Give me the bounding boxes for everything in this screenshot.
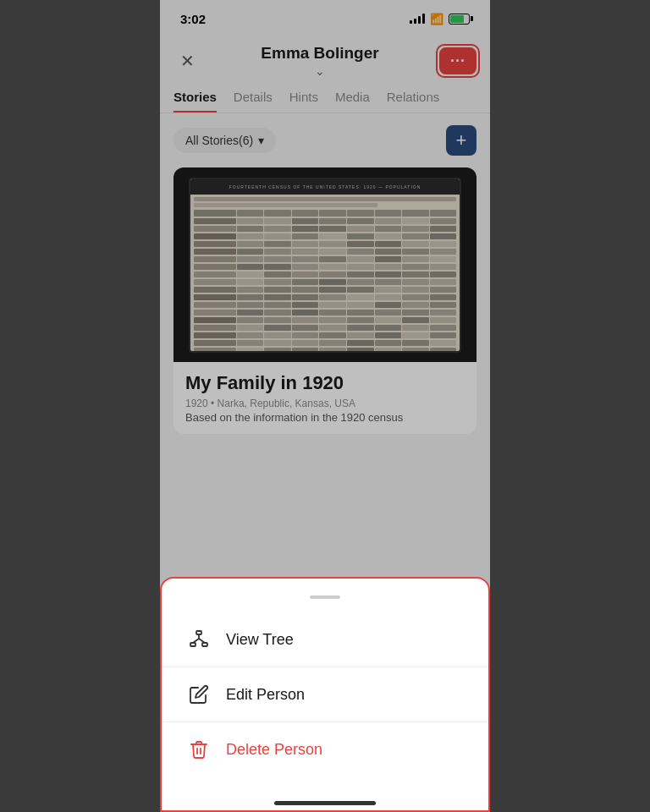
bottom-sheet: View Tree Edit Person Delete Person — [160, 577, 490, 812]
edit-person-label: Edit Person — [226, 686, 305, 704]
home-indicator — [274, 801, 376, 805]
delete-person-item[interactable]: Delete Person — [162, 722, 488, 776]
trash-icon — [185, 736, 212, 763]
edit-person-item[interactable]: Edit Person — [162, 667, 488, 722]
phone-frame: 3:02 📶 ✕ Emma Bolinger ⌄ ··· — [160, 0, 490, 812]
svg-line-4 — [193, 639, 199, 643]
svg-line-5 — [199, 639, 205, 643]
view-tree-item[interactable]: View Tree — [162, 612, 488, 667]
edit-icon — [185, 681, 212, 708]
tree-icon — [185, 626, 212, 653]
sheet-handle — [310, 595, 340, 599]
view-tree-label: View Tree — [226, 631, 294, 649]
delete-person-label: Delete Person — [226, 741, 322, 759]
